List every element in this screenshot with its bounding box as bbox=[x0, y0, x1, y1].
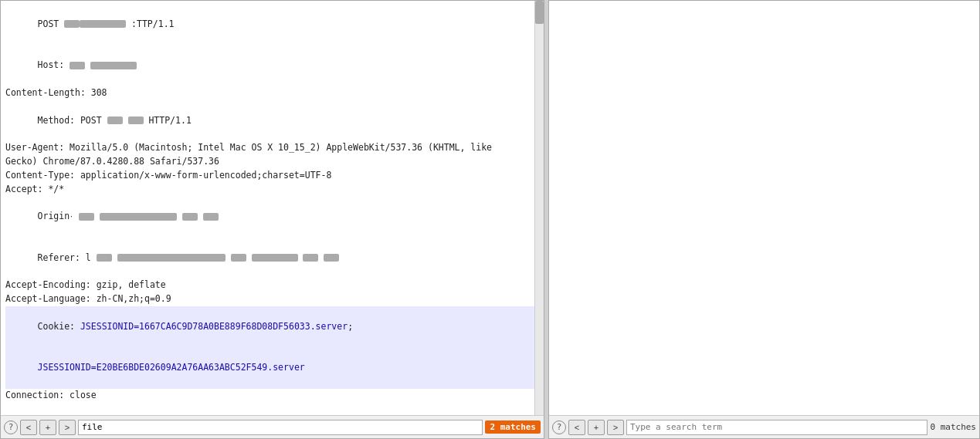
right-search-input[interactable] bbox=[626, 420, 927, 435]
left-search-input[interactable] bbox=[78, 420, 483, 435]
redacted-1 bbox=[64, 20, 80, 28]
left-content: POST :TTP/1.1 Host: Content-Length: 308 … bbox=[1, 1, 544, 415]
right-help-icon[interactable]: ? bbox=[552, 420, 566, 434]
right-content bbox=[549, 1, 979, 415]
redacted-7 bbox=[79, 213, 94, 221]
right-add-button[interactable]: + bbox=[588, 420, 605, 435]
line-post: POST :TTP/1.1 bbox=[5, 4, 539, 45]
redacted-6 bbox=[128, 117, 144, 124]
line-origin: Origin· bbox=[5, 196, 539, 237]
line-useragent2: Gecko) Chrome/87.0.4280.88 Safari/537.36 bbox=[5, 155, 539, 169]
line-host: Host: bbox=[5, 45, 539, 86]
redacted-13 bbox=[231, 254, 246, 262]
left-search-bar: ? < + > 2 matches bbox=[1, 415, 544, 438]
redacted-14 bbox=[252, 254, 298, 262]
line-connection: Connection: close bbox=[5, 389, 539, 403]
right-prev-button[interactable]: < bbox=[568, 420, 585, 435]
left-prev-button[interactable]: < bbox=[20, 420, 37, 435]
line-method: Method: POST HTTP/1.1 bbox=[5, 100, 539, 141]
redacted-12 bbox=[117, 254, 226, 262]
redacted-5 bbox=[107, 117, 123, 124]
line-accept-language: Accept-Language: zh-CN,zh;q=0.9 bbox=[5, 292, 539, 306]
redacted-9 bbox=[182, 213, 198, 221]
left-panel: POST :TTP/1.1 Host: Content-Length: 308 … bbox=[0, 0, 544, 439]
line-accept: Accept: */* bbox=[5, 183, 539, 197]
line-accept-encoding: Accept-Encoding: gzip, deflate bbox=[5, 279, 539, 292]
left-matches-badge: 2 matches bbox=[485, 420, 541, 434]
redacted-8 bbox=[100, 213, 177, 221]
redacted-10 bbox=[203, 213, 219, 221]
right-matches-label: 0 matches bbox=[930, 422, 976, 432]
redacted-4 bbox=[90, 62, 137, 69]
left-next-button[interactable]: > bbox=[59, 420, 76, 435]
redacted-15 bbox=[303, 254, 318, 262]
cookie-prefix: Cookie: bbox=[38, 321, 80, 332]
line-referer: Referer: l bbox=[5, 238, 539, 279]
jsessionid2-link[interactable]: JSESSIONID=E20BE6BDE02609A2A76AA63ABC52F… bbox=[38, 362, 305, 373]
right-next-button[interactable]: > bbox=[607, 420, 624, 435]
right-search-bar: ? < + > 0 matches bbox=[549, 415, 979, 438]
line-cookie1: Cookie: JSESSIONID=1667CA6C9D78A0BE889F6… bbox=[5, 306, 539, 347]
left-add-button[interactable]: + bbox=[39, 420, 56, 435]
line-content-length: Content-Length: 308 bbox=[5, 86, 539, 100]
left-help-icon[interactable]: ? bbox=[4, 420, 18, 434]
right-panel: ? < + > 0 matches bbox=[548, 0, 980, 439]
redacted-16 bbox=[324, 254, 339, 262]
jsessionid1-link[interactable]: JSESSIONID=1667CA6C9D78A0BE889F68D08DF56… bbox=[80, 321, 348, 332]
line-content-type: Content-Type: application/x-www-form-url… bbox=[5, 169, 539, 183]
left-scrollbar-thumb[interactable] bbox=[535, 1, 544, 24]
line-useragent1: User-Agent: Mozilla/5.0 (Macintosh; Inte… bbox=[5, 141, 539, 155]
redacted-11 bbox=[97, 254, 112, 262]
left-scrollbar[interactable] bbox=[534, 1, 544, 415]
line-cookie2: JSESSIONID=E20BE6BDE02609A2A76AA63ABC52F… bbox=[5, 347, 539, 388]
line-empty bbox=[5, 403, 539, 415]
redacted-3 bbox=[70, 62, 85, 69]
redacted-2 bbox=[80, 20, 126, 28]
